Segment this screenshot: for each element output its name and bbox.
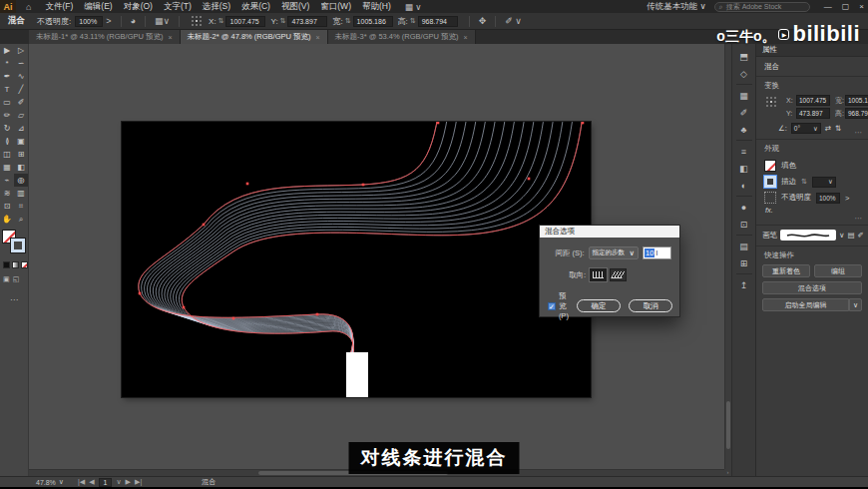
menu-item[interactable]: 文字(T) — [164, 1, 192, 13]
swatches-icon[interactable]: ▦ — [732, 87, 755, 104]
brush-libraries-icon[interactable]: ▤ — [848, 231, 855, 240]
opacity-field[interactable]: 100% — [75, 16, 103, 27]
home-icon[interactable]: ⌂ — [26, 2, 31, 12]
none-button[interactable] — [21, 261, 28, 268]
opacity-field[interactable]: 100% — [816, 193, 840, 204]
ok-button[interactable]: 确定 — [577, 299, 621, 312]
menu-item[interactable]: 帮助(H) — [362, 1, 391, 13]
menu-item[interactable]: 对象(O) — [124, 1, 153, 13]
document-tab[interactable]: 未标题-2* @ 47.8% (RGB/GPU 预览)× — [181, 30, 328, 44]
curvature-tool[interactable]: ∿ — [14, 70, 28, 83]
minimize-button[interactable]: — — [824, 2, 832, 11]
artboard-navigation[interactable]: |◀ ◀ 1 ∨ ▶ ▶| — [78, 478, 142, 487]
brush-definition-icon[interactable]: ✐ ∨ — [505, 16, 522, 26]
menu-item[interactable]: 窗口(W) — [320, 1, 351, 13]
transform-field[interactable]: X:⇅1007.475 — [209, 16, 265, 27]
transform-field[interactable]: Y:473.897 — [786, 108, 830, 119]
draw-behind-icon[interactable]: ◱ — [13, 275, 20, 283]
preview-checkbox[interactable]: ✓ — [548, 302, 556, 310]
graphic-styles-icon[interactable]: ⊡ — [732, 216, 755, 233]
zoom-tool[interactable]: ⌕ — [14, 213, 28, 226]
opacity-more-icon[interactable]: > — [106, 16, 111, 26]
toolbar-more-icon[interactable]: ⋯ — [0, 295, 28, 304]
blend-options-button[interactable]: 混合选项 — [762, 281, 862, 294]
direct-selection-tool[interactable]: ▷ — [14, 44, 28, 57]
gradient-icon[interactable]: ◧ — [732, 160, 755, 177]
flip-vertical-icon[interactable]: ⇅ — [835, 124, 841, 133]
stroke-swatch[interactable] — [11, 239, 25, 252]
reference-point-widget[interactable] — [766, 97, 777, 119]
artboards-icon[interactable]: ⊞ — [732, 254, 755, 271]
transform-field[interactable]: 高:968.794 — [835, 108, 868, 119]
shape-builder-tool[interactable]: ◫ — [0, 148, 14, 161]
fill-swatch-none[interactable] — [764, 160, 776, 172]
flip-horizontal-icon[interactable]: ⇄ — [825, 124, 831, 133]
column-graph-tool[interactable]: ▥ — [14, 187, 28, 200]
pathfinder-icon[interactable]: ⬒ — [732, 48, 755, 65]
lasso-tool[interactable]: ∽ — [14, 57, 28, 70]
more-options-icon[interactable]: ⋯ — [855, 214, 863, 223]
vertical-scrollbar[interactable] — [724, 44, 731, 469]
draw-normal-icon[interactable]: ▣ — [3, 275, 10, 283]
cancel-button[interactable]: 取消 — [629, 299, 672, 312]
close-tab-icon[interactable]: × — [169, 34, 173, 41]
restore-button[interactable]: ▢ — [842, 2, 850, 11]
line-segment-tool[interactable]: ╱ — [14, 83, 28, 96]
fill-stroke-widget[interactable] — [2, 230, 27, 255]
fx-icon[interactable]: fx. — [756, 206, 868, 215]
mesh-tool[interactable]: ▦ — [0, 161, 14, 174]
artboard-tool[interactable]: ⊡ — [0, 200, 14, 213]
zoom-level-dropdown[interactable]: 47.8%∨ — [36, 478, 64, 486]
next-artboard-icon[interactable]: ▶ — [126, 478, 131, 486]
stock-search-input[interactable]: ⌕ 搜索 Adobe Stock — [714, 2, 810, 12]
chevron-down-icon[interactable]: ∨ — [839, 231, 845, 240]
close-button[interactable]: × — [859, 2, 864, 11]
opacity-more-icon[interactable]: > — [845, 194, 849, 203]
stroke-weight-stepper[interactable]: ⇅ — [801, 178, 807, 186]
selection-tool[interactable]: ▶ — [0, 44, 14, 57]
pencil-tool[interactable]: ✏ — [0, 109, 14, 122]
group-button[interactable]: 编组 — [814, 264, 862, 277]
magic-wand-tool[interactable]: * — [0, 57, 14, 70]
gradient-button[interactable] — [12, 261, 19, 268]
align-to-page-button[interactable] — [590, 268, 607, 281]
global-edit-dropdown[interactable]: ∨ — [849, 298, 862, 311]
brushes-icon[interactable]: ✐ — [732, 104, 755, 121]
transform-field[interactable]: 高:⇅968.794 — [398, 16, 458, 27]
menu-item[interactable]: 选择(S) — [203, 1, 230, 13]
align-to-path-button[interactable] — [610, 268, 627, 281]
rectangle-tool[interactable]: ▭ — [0, 96, 14, 109]
hand-tool[interactable]: ✋ — [0, 213, 14, 226]
global-edit-button[interactable]: 启动全局编辑 — [762, 298, 849, 311]
document-tab[interactable]: 未标题-1* @ 43.11% (RGB/GPU 预览)× — [29, 30, 181, 44]
last-artboard-icon[interactable]: ▶| — [135, 478, 142, 486]
angle-dropdown[interactable]: 0° ∨ — [791, 123, 821, 134]
artboard[interactable] — [122, 122, 591, 397]
close-tab-icon[interactable]: × — [315, 34, 319, 41]
recolor-button[interactable]: 重新着色 — [762, 264, 810, 277]
gradient-tool[interactable]: ◧ — [14, 161, 28, 174]
document-tab[interactable]: 未标题-3* @ 53.4% (RGB/GPU 预览)× — [328, 30, 476, 44]
layout-icon[interactable]: ▦ ∨ — [405, 2, 422, 12]
stroke-icon[interactable]: ≡ — [732, 143, 755, 160]
free-transform-icon[interactable]: ✥ — [479, 16, 487, 26]
brush-preview-dropdown[interactable] — [780, 230, 836, 241]
transform-field[interactable]: 宽:1005.186 — [835, 95, 868, 106]
layers-icon[interactable]: ▤ — [732, 238, 755, 254]
blend-tool[interactable]: ◎ — [14, 174, 28, 187]
artboard-number[interactable]: 1 — [99, 478, 113, 487]
dialog-title[interactable]: 混合选项 — [540, 226, 679, 238]
first-artboard-icon[interactable]: |◀ — [78, 478, 85, 486]
reference-point-widget[interactable] — [192, 16, 203, 27]
eyedropper-tool[interactable]: ⌁ — [0, 174, 14, 187]
paintbrush-tool[interactable]: ✐ — [14, 96, 28, 109]
appearance-icon[interactable]: ● — [732, 199, 755, 216]
stroke-weight-dropdown[interactable]: ∨ — [812, 177, 836, 188]
arrange-icon[interactable]: ▦∨ — [155, 16, 170, 26]
steps-input[interactable]: 10 I — [643, 246, 671, 259]
slice-tool[interactable]: ⌗ — [14, 200, 28, 213]
prev-artboard-icon[interactable]: ◀ — [89, 478, 94, 486]
color-button[interactable] — [3, 261, 10, 268]
menu-item[interactable]: 文件(F) — [45, 1, 73, 13]
width-tool[interactable]: ≬ — [0, 135, 14, 148]
